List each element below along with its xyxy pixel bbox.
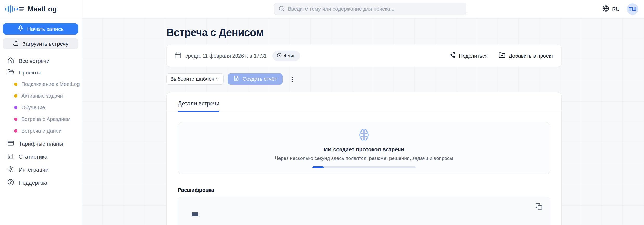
report-file-icon	[233, 76, 239, 83]
create-report-button[interactable]: Создать отчёт	[228, 73, 283, 85]
language-label: RU	[612, 6, 620, 12]
user-avatar[interactable]: ТШ	[627, 3, 638, 15]
brain-icon	[358, 129, 370, 142]
start-recording-label: Начать запись	[27, 26, 64, 32]
upload-meeting-label: Загрузить встречу	[22, 41, 68, 47]
project-item-training[interactable]: Обучение	[0, 102, 81, 113]
tab-label: Детали встречи	[178, 100, 219, 107]
tabs-divider	[167, 112, 561, 112]
start-recording-button[interactable]: Начать запись	[3, 23, 78, 35]
upload-icon	[13, 40, 19, 47]
sidebar-item-pricing[interactable]: Тарифные планы	[0, 137, 81, 150]
main-area: Встреча с Денисом среда, 11 февраля 2026…	[82, 18, 644, 225]
brand-logo[interactable]: MeetLog	[0, 0, 81, 18]
language-switch[interactable]: RU	[602, 5, 620, 13]
chevron-down-icon	[215, 76, 220, 82]
brand-name: MeetLog	[28, 5, 57, 13]
share-icon	[449, 52, 456, 60]
template-select-value: Выберите шаблон...	[170, 76, 215, 82]
add-to-project-label: Добавить в проект	[509, 53, 554, 59]
credit-card-icon	[7, 140, 14, 148]
help-circle-icon	[7, 179, 14, 187]
sidebar-item-projects[interactable]: Проекты	[0, 67, 81, 78]
active-tab-underline	[178, 111, 219, 112]
project-color-dot	[14, 106, 17, 109]
tab-meeting-details[interactable]: Детали встречи	[178, 100, 219, 112]
project-color-dot	[14, 83, 17, 86]
duration-label: 4 мин	[284, 53, 296, 58]
template-select[interactable]: Выберите шаблон...	[166, 73, 224, 85]
meeting-meta-card: среда, 11 февраля 2026 г. в 17:31 4 мин	[166, 45, 562, 67]
search-icon	[278, 5, 285, 13]
ai-status-title: ИИ создает протокол встречи	[324, 146, 404, 153]
project-item-label: Встреча с Аркадием	[21, 116, 70, 122]
share-label: Поделиться	[459, 53, 487, 59]
microphone-icon	[17, 25, 24, 33]
clock-icon	[277, 53, 282, 59]
gear-icon	[7, 166, 14, 174]
waveform-logo-icon	[5, 4, 24, 14]
sidebar-item-label: Поддержка	[19, 180, 47, 186]
sidebar-item-label: Тарифные планы	[19, 141, 63, 147]
project-item-meeting-arkady[interactable]: Встреча с Аркадием	[0, 113, 81, 125]
meetlog-app: MeetLog Начать запись	[0, 0, 644, 225]
meeting-title: Встреча с Денисом	[166, 27, 562, 38]
project-color-dot	[14, 94, 17, 98]
globe-icon	[602, 5, 609, 13]
home-icon	[7, 57, 14, 65]
project-color-dot	[14, 118, 17, 121]
more-options-button[interactable]	[290, 75, 295, 83]
ai-progress-fill	[312, 166, 324, 168]
folder-open-icon	[7, 69, 14, 77]
sidebar-item-label: Все встречи	[19, 58, 49, 64]
sidebar-item-all-meetings[interactable]: Все встречи	[0, 55, 81, 67]
project-item-label: Подключение к MeetLog	[21, 81, 80, 87]
ai-status-subtitle: Через несколько секунд здесь появятся: р…	[275, 155, 453, 161]
folder-plus-icon	[499, 52, 505, 60]
sidebar-item-support[interactable]: Поддержка	[0, 176, 81, 189]
search-input[interactable]	[288, 6, 462, 12]
project-color-dot	[14, 129, 17, 133]
meeting-datetime: среда, 11 февраля 2026 г. в 17:31	[185, 53, 267, 59]
share-button[interactable]: Поделиться	[449, 52, 487, 60]
create-report-label: Создать отчёт	[243, 76, 277, 82]
copy-icon	[535, 203, 542, 211]
duration-badge: 4 мин	[272, 51, 300, 61]
bar-chart-icon	[7, 153, 14, 161]
sidebar-item-label: Интеграции	[19, 167, 48, 173]
sidebar-item-statistics[interactable]: Статистика	[0, 150, 81, 163]
global-search[interactable]	[274, 3, 466, 15]
transcript-box	[178, 197, 550, 225]
project-item-label: Активные задачи	[21, 93, 63, 99]
ai-progress-bar	[312, 166, 416, 168]
sidebar-item-label: Проекты	[19, 70, 41, 76]
transcript-section-label: Расшифровка	[178, 187, 561, 193]
sidebar-nav: Все встречи Проекты Подключение к MeetLo…	[0, 55, 81, 189]
copy-transcript-button[interactable]	[533, 201, 544, 212]
sidebar-nav-bottom: Тарифные планы Статистика	[0, 137, 81, 189]
project-item-meetlog-connect[interactable]: Подключение к MeetLog	[0, 78, 81, 90]
project-item-meeting-danya[interactable]: Встреча с Даней	[0, 125, 81, 137]
add-to-project-button[interactable]: Добавить в проект	[499, 52, 554, 60]
tabs-row: Детали встречи	[167, 92, 561, 112]
calendar-icon	[174, 52, 181, 60]
report-toolbar: Выберите шаблон...	[166, 73, 562, 85]
project-item-label: Встреча с Даней	[21, 128, 62, 134]
sidebar: MeetLog Начать запись	[0, 0, 81, 225]
sidebar-item-integrations[interactable]: Интеграции	[0, 163, 81, 176]
transcript-content-cutoff	[192, 212, 198, 216]
upload-meeting-button[interactable]: Загрузить встречу	[3, 38, 78, 49]
project-item-label: Обучение	[21, 105, 45, 111]
project-item-active-tasks[interactable]: Активные задачи	[0, 90, 81, 102]
ai-processing-panel: ИИ создает протокол встречи Через нескол…	[178, 122, 550, 174]
meeting-detail-card: Детали встречи ИИ создает протокол встре…	[166, 92, 562, 225]
sidebar-item-label: Статистика	[19, 154, 47, 160]
top-bar: RU ТШ	[81, 0, 644, 18]
